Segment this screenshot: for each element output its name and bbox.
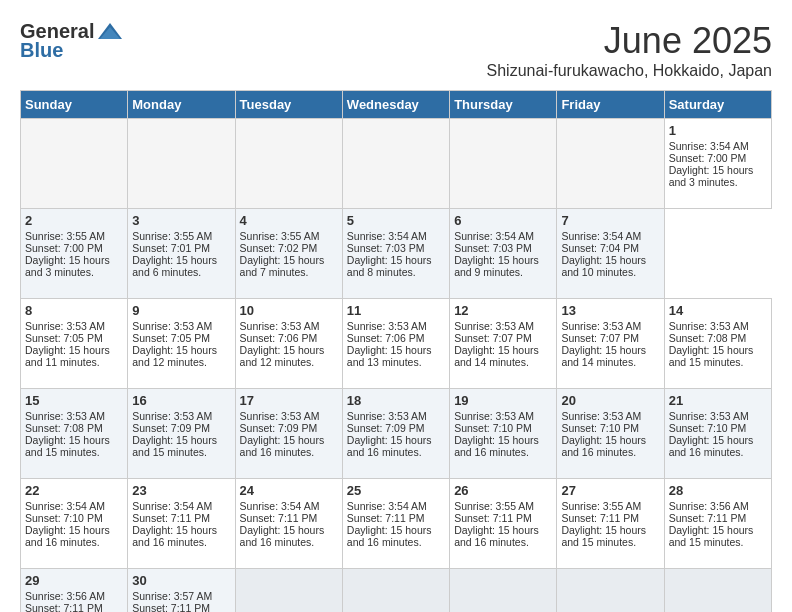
day-info: Sunset: 7:09 PM xyxy=(132,422,230,434)
header-wednesday: Wednesday xyxy=(342,91,449,119)
logo-icon xyxy=(96,21,124,43)
day-number: 22 xyxy=(25,483,123,498)
day-info: Sunrise: 3:54 AM xyxy=(347,230,445,242)
day-info: Sunset: 7:02 PM xyxy=(240,242,338,254)
day-number: 3 xyxy=(132,213,230,228)
day-info: Sunrise: 3:56 AM xyxy=(669,500,767,512)
day-info: Sunrise: 3:53 AM xyxy=(347,410,445,422)
day-number: 28 xyxy=(669,483,767,498)
title-area: June 2025 Shizunai-furukawacho, Hokkaido… xyxy=(487,20,773,80)
day-info: Daylight: 15 hours xyxy=(347,344,445,356)
day-info: Daylight: 15 hours xyxy=(240,434,338,446)
day-info: Daylight: 15 hours xyxy=(669,164,767,176)
day-info: Daylight: 15 hours xyxy=(669,434,767,446)
day-info: Daylight: 15 hours xyxy=(347,254,445,266)
calendar-cell: 30Sunrise: 3:57 AMSunset: 7:11 PMDayligh… xyxy=(128,569,235,613)
day-number: 23 xyxy=(132,483,230,498)
day-info: and 6 minutes. xyxy=(132,266,230,278)
day-info: Daylight: 15 hours xyxy=(132,434,230,446)
calendar-cell: 11Sunrise: 3:53 AMSunset: 7:06 PMDayligh… xyxy=(342,299,449,389)
day-info: Sunrise: 3:54 AM xyxy=(561,230,659,242)
calendar-table: Sunday Monday Tuesday Wednesday Thursday… xyxy=(20,90,772,612)
calendar-cell: 16Sunrise: 3:53 AMSunset: 7:09 PMDayligh… xyxy=(128,389,235,479)
day-info: Sunset: 7:05 PM xyxy=(25,332,123,344)
day-info: Sunset: 7:04 PM xyxy=(561,242,659,254)
day-info: and 12 minutes. xyxy=(240,356,338,368)
calendar-cell: 25Sunrise: 3:54 AMSunset: 7:11 PMDayligh… xyxy=(342,479,449,569)
day-info: Sunrise: 3:53 AM xyxy=(240,320,338,332)
calendar-cell: 1Sunrise: 3:54 AMSunset: 7:00 PMDaylight… xyxy=(664,119,771,209)
header-sunday: Sunday xyxy=(21,91,128,119)
day-info: Sunrise: 3:56 AM xyxy=(25,590,123,602)
calendar-cell: 8Sunrise: 3:53 AMSunset: 7:05 PMDaylight… xyxy=(21,299,128,389)
calendar-cell xyxy=(235,569,342,613)
day-info: and 16 minutes. xyxy=(240,536,338,548)
day-info: Sunrise: 3:53 AM xyxy=(669,320,767,332)
day-number: 13 xyxy=(561,303,659,318)
day-number: 10 xyxy=(240,303,338,318)
day-info: Sunrise: 3:55 AM xyxy=(132,230,230,242)
day-number: 19 xyxy=(454,393,552,408)
day-info: and 15 minutes. xyxy=(561,536,659,548)
day-info: Daylight: 15 hours xyxy=(132,344,230,356)
calendar-cell: 15Sunrise: 3:53 AMSunset: 7:08 PMDayligh… xyxy=(21,389,128,479)
calendar-cell: 6Sunrise: 3:54 AMSunset: 7:03 PMDaylight… xyxy=(450,209,557,299)
day-number: 7 xyxy=(561,213,659,228)
day-info: Sunrise: 3:55 AM xyxy=(561,500,659,512)
calendar-cell xyxy=(21,119,128,209)
day-info: Sunset: 7:10 PM xyxy=(25,512,123,524)
day-info: Daylight: 15 hours xyxy=(561,434,659,446)
calendar-cell: 22Sunrise: 3:54 AMSunset: 7:10 PMDayligh… xyxy=(21,479,128,569)
day-info: and 15 minutes. xyxy=(132,446,230,458)
day-info: Sunset: 7:10 PM xyxy=(454,422,552,434)
day-info: and 10 minutes. xyxy=(561,266,659,278)
day-info: Sunrise: 3:55 AM xyxy=(25,230,123,242)
day-info: and 15 minutes. xyxy=(669,356,767,368)
day-info: Sunset: 7:11 PM xyxy=(561,512,659,524)
calendar-cell: 13Sunrise: 3:53 AMSunset: 7:07 PMDayligh… xyxy=(557,299,664,389)
day-number: 18 xyxy=(347,393,445,408)
day-number: 16 xyxy=(132,393,230,408)
page-header: General Blue June 2025 Shizunai-furukawa… xyxy=(20,20,772,80)
day-info: Sunset: 7:06 PM xyxy=(240,332,338,344)
day-info: Daylight: 15 hours xyxy=(669,524,767,536)
day-number: 8 xyxy=(25,303,123,318)
day-info: Daylight: 15 hours xyxy=(347,524,445,536)
day-info: and 3 minutes. xyxy=(25,266,123,278)
calendar-cell xyxy=(450,119,557,209)
day-number: 29 xyxy=(25,573,123,588)
day-info: Sunrise: 3:53 AM xyxy=(561,410,659,422)
day-info: and 15 minutes. xyxy=(669,536,767,548)
day-info: Sunset: 7:07 PM xyxy=(454,332,552,344)
day-info: Daylight: 15 hours xyxy=(347,434,445,446)
day-info: and 16 minutes. xyxy=(132,536,230,548)
day-number: 25 xyxy=(347,483,445,498)
day-info: Daylight: 15 hours xyxy=(132,524,230,536)
day-info: Sunset: 7:05 PM xyxy=(132,332,230,344)
day-info: Daylight: 15 hours xyxy=(454,254,552,266)
header-saturday: Saturday xyxy=(664,91,771,119)
calendar-row: 29Sunrise: 3:56 AMSunset: 7:11 PMDayligh… xyxy=(21,569,772,613)
day-info: Sunrise: 3:53 AM xyxy=(454,410,552,422)
calendar-cell: 27Sunrise: 3:55 AMSunset: 7:11 PMDayligh… xyxy=(557,479,664,569)
day-info: Sunset: 7:00 PM xyxy=(669,152,767,164)
calendar-cell: 18Sunrise: 3:53 AMSunset: 7:09 PMDayligh… xyxy=(342,389,449,479)
calendar-cell: 20Sunrise: 3:53 AMSunset: 7:10 PMDayligh… xyxy=(557,389,664,479)
calendar-cell: 12Sunrise: 3:53 AMSunset: 7:07 PMDayligh… xyxy=(450,299,557,389)
day-number: 5 xyxy=(347,213,445,228)
day-info: Sunrise: 3:54 AM xyxy=(25,500,123,512)
day-number: 15 xyxy=(25,393,123,408)
day-number: 26 xyxy=(454,483,552,498)
calendar-cell xyxy=(235,119,342,209)
day-number: 2 xyxy=(25,213,123,228)
day-info: and 15 minutes. xyxy=(25,446,123,458)
day-info: Daylight: 15 hours xyxy=(454,434,552,446)
day-info: Sunset: 7:03 PM xyxy=(347,242,445,254)
day-info: Daylight: 15 hours xyxy=(25,344,123,356)
day-info: Sunset: 7:00 PM xyxy=(25,242,123,254)
calendar-cell xyxy=(557,119,664,209)
calendar-row: 15Sunrise: 3:53 AMSunset: 7:08 PMDayligh… xyxy=(21,389,772,479)
day-info: Sunrise: 3:53 AM xyxy=(132,410,230,422)
day-info: and 16 minutes. xyxy=(669,446,767,458)
day-number: 11 xyxy=(347,303,445,318)
